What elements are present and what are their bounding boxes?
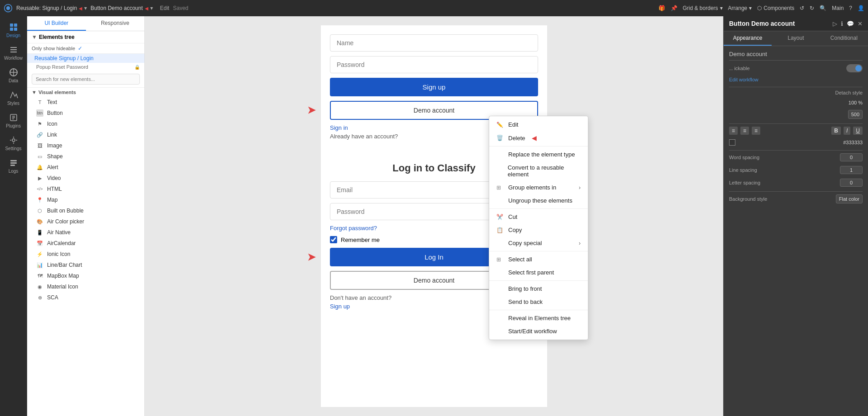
cm-replace[interactable]: Replace the element type bbox=[489, 148, 588, 161]
ve-sca[interactable]: ⊕ SCA bbox=[27, 292, 144, 303]
rp-background-style-label: Background style bbox=[729, 196, 767, 202]
help-button[interactable]: ? bbox=[849, 5, 852, 11]
align-center-btn[interactable]: ≡ bbox=[740, 127, 749, 135]
ve-image[interactable]: 🖼 Image bbox=[27, 140, 144, 151]
rp-width-dropdown[interactable]: 500 bbox=[848, 110, 863, 119]
components-button[interactable]: ⬡ Components bbox=[757, 5, 794, 11]
cm-copy-special[interactable]: Copy special › bbox=[489, 236, 588, 250]
ve-ionic-icon[interactable]: ⚡ Ionic Icon bbox=[27, 249, 144, 260]
cm-select-first-parent[interactable]: Select first parent bbox=[489, 266, 588, 279]
rp-line-spacing-row: Line spacing bbox=[729, 166, 863, 174]
ve-built-on-bubble[interactable]: ⬡ Built on Bubble bbox=[27, 205, 144, 216]
password-input-1[interactable] bbox=[330, 56, 538, 73]
plugins-label: Plugins bbox=[6, 123, 21, 128]
italic-btn[interactable]: I bbox=[844, 127, 850, 135]
sidebar-item-settings[interactable]: Settings bbox=[0, 133, 27, 154]
tree-toggle[interactable]: ▼ bbox=[32, 34, 37, 40]
main-button[interactable]: Main bbox=[832, 5, 844, 11]
edit-icon: ✏️ bbox=[496, 122, 504, 128]
search-button[interactable]: 🔍 bbox=[820, 5, 826, 11]
cm-group[interactable]: ⊞ Group elements in › bbox=[489, 181, 588, 194]
cm-reveal[interactable]: Reveal in Elements tree bbox=[489, 312, 588, 325]
cm-edit[interactable]: ✏️ Edit bbox=[489, 118, 588, 131]
pin-button[interactable]: 📌 bbox=[671, 5, 677, 11]
rp-play-icon[interactable]: ▷ bbox=[833, 20, 837, 27]
rp-edit-workflow-btn[interactable]: Edit workflow bbox=[729, 77, 758, 82]
search-elements-input[interactable] bbox=[32, 74, 140, 85]
ve-air-native[interactable]: 📱 Air Native bbox=[27, 227, 144, 238]
rp-color-swatch[interactable] bbox=[729, 139, 735, 146]
cm-separator-4 bbox=[489, 280, 588, 281]
sidebar-item-data[interactable]: Data bbox=[0, 65, 27, 86]
tab-ui-builder[interactable]: UI Builder bbox=[27, 16, 86, 31]
ve-video[interactable]: ▶ Video bbox=[27, 173, 144, 184]
underline-btn[interactable]: U bbox=[853, 127, 863, 135]
reusable-selector[interactable]: Reusable: Signup / Login ◀ ▾ bbox=[16, 5, 87, 11]
rp-comment-icon[interactable]: 💬 bbox=[847, 20, 854, 27]
rp-header: Button Demo account ▷ ℹ 💬 ✕ bbox=[724, 16, 868, 31]
cm-delete[interactable]: 🗑️ Delete ◀ bbox=[489, 131, 588, 145]
ve-mapbox[interactable]: 🗺 MapBox Map bbox=[27, 270, 144, 281]
remember-me-checkbox[interactable] bbox=[330, 236, 337, 243]
sidebar-item-workflow[interactable]: Workflow bbox=[0, 43, 27, 63]
rp-tabs: Appearance Layout Conditional bbox=[724, 31, 868, 46]
cm-bring-to-front[interactable]: Bring to front bbox=[489, 282, 588, 295]
cm-copy[interactable]: 📋 Copy bbox=[489, 223, 588, 236]
ve-linebar-chart[interactable]: 📊 Line/Bar Chart bbox=[27, 260, 144, 270]
sidebar-item-plugins[interactable]: Plugins bbox=[0, 110, 27, 131]
user-avatar[interactable]: 👤 bbox=[858, 5, 864, 11]
button-demo-arrow: ◀ bbox=[145, 6, 148, 11]
tree-item-reusable[interactable]: Reusable Signup / Login bbox=[27, 54, 144, 63]
ve-air-color-picker[interactable]: 🎨 Air Color picker bbox=[27, 216, 144, 227]
bold-btn[interactable]: B bbox=[831, 127, 841, 135]
gift-button[interactable]: 🎁 bbox=[658, 5, 665, 11]
rp-info-icon[interactable]: ℹ bbox=[841, 20, 843, 27]
redo-button[interactable]: ↻ bbox=[810, 5, 814, 11]
ve-alert[interactable]: 🔔 Alert bbox=[27, 162, 144, 173]
ve-air-calendar[interactable]: 📅 AirCalendar bbox=[27, 238, 144, 249]
undo-button[interactable]: ↺ bbox=[800, 5, 804, 11]
rp-detach-style-btn[interactable]: Detach style bbox=[835, 90, 863, 95]
ve-html[interactable]: </> HTML bbox=[27, 184, 144, 194]
align-right-btn[interactable]: ≡ bbox=[752, 127, 760, 135]
rp-background-style-dropdown[interactable]: Flat color bbox=[836, 194, 863, 203]
cm-select-all[interactable]: ⊞ Select all bbox=[489, 253, 588, 266]
ve-text[interactable]: T Text bbox=[27, 97, 144, 108]
cm-send-to-back[interactable]: Send to back bbox=[489, 295, 588, 308]
rp-title: Button Demo account bbox=[729, 20, 829, 27]
align-left-btn[interactable]: ≡ bbox=[729, 127, 738, 135]
cm-ungroup[interactable]: Ungroup these elements bbox=[489, 194, 588, 207]
ve-map[interactable]: 📍 Map bbox=[27, 194, 144, 205]
rp-line-spacing-input[interactable] bbox=[840, 166, 863, 174]
ve-icon[interactable]: ⚑ Icon bbox=[27, 118, 144, 129]
cm-convert[interactable]: Convert to a reusable element bbox=[489, 161, 588, 181]
sidebar-item-logs[interactable]: Logs bbox=[0, 156, 27, 176]
cm-start-edit-workflow[interactable]: Start/Edit workflow bbox=[489, 325, 588, 338]
ve-material-icon[interactable]: ◉ Material Icon bbox=[27, 281, 144, 292]
rp-word-spacing-input[interactable] bbox=[840, 153, 863, 161]
ve-link[interactable]: 🔗 Link bbox=[27, 129, 144, 140]
rp-tab-layout[interactable]: Layout bbox=[772, 31, 820, 46]
rp-tab-appearance[interactable]: Appearance bbox=[724, 31, 772, 46]
rp-background-style-row: Background style Flat color bbox=[729, 194, 863, 203]
sidebar-item-styles[interactable]: Styles bbox=[0, 88, 27, 109]
settings-label: Settings bbox=[5, 146, 21, 151]
svg-point-1 bbox=[6, 6, 10, 10]
tab-responsive[interactable]: Responsive bbox=[86, 16, 145, 31]
tree-item-popup[interactable]: Popup Reset Password 🔒 bbox=[27, 63, 144, 71]
button-demo-selector[interactable]: Button Demo account ◀ ▾ bbox=[91, 5, 153, 11]
name-input[interactable] bbox=[330, 34, 538, 52]
rp-tab-conditional[interactable]: Conditional bbox=[820, 31, 868, 46]
rp-letter-spacing-input[interactable] bbox=[840, 179, 863, 187]
rp-close-icon[interactable]: ✕ bbox=[858, 20, 863, 27]
ve-button[interactable]: btn Button bbox=[27, 108, 144, 118]
select-all-icon: ⊞ bbox=[496, 256, 504, 263]
forgot-password-link[interactable]: Forgot password? bbox=[330, 225, 377, 232]
grid-borders-button[interactable]: Grid & borders ▾ bbox=[683, 5, 723, 11]
rp-clickable-toggle[interactable] bbox=[846, 64, 863, 72]
ve-shape[interactable]: ▭ Shape bbox=[27, 151, 144, 162]
cm-cut[interactable]: ✂️ Cut bbox=[489, 210, 588, 223]
arrange-button[interactable]: Arrange ▾ bbox=[728, 5, 752, 11]
signup-button[interactable]: Sign up bbox=[330, 78, 538, 96]
sidebar-item-design[interactable]: Design bbox=[0, 20, 27, 41]
